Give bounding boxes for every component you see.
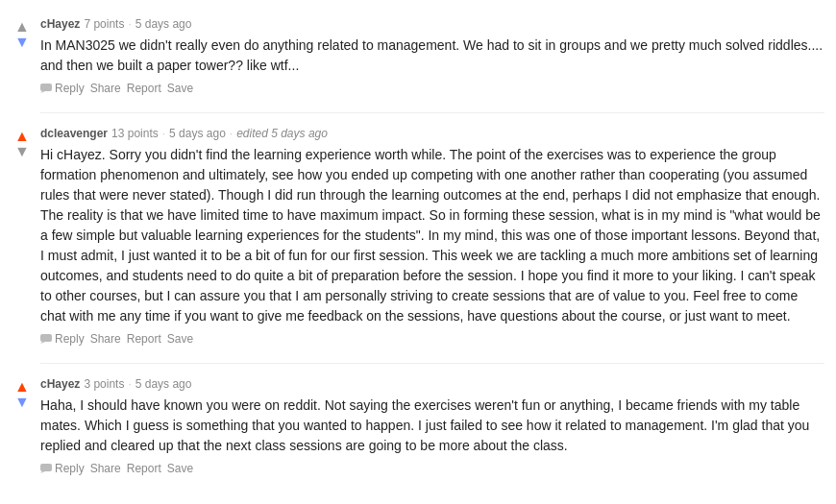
comment-author-2[interactable]: dcleavenger	[40, 127, 108, 140]
comment-points-3: 3 points	[84, 377, 124, 391]
divider-2	[40, 363, 824, 364]
comment-dot2-2: ·	[230, 127, 233, 140]
comment-points-2: 13 points	[111, 127, 159, 140]
divider-1	[40, 112, 824, 113]
comment-author-1[interactable]: cHayez	[40, 17, 80, 31]
comment-time-1: 5 days ago	[135, 17, 192, 31]
action-save-2[interactable]: Save	[167, 332, 193, 346]
comment-dot1-2: ·	[162, 127, 165, 140]
comment-text-2: Hi cHayez. Sorry you didn't find the lea…	[40, 145, 824, 326]
action-report-3[interactable]: Report	[127, 462, 161, 475]
upvote-arrow-3[interactable]: ▲	[14, 379, 30, 395]
action-reply-3[interactable]: Reply	[55, 462, 85, 475]
comment-dot1-1: ·	[128, 17, 131, 31]
action-report-2[interactable]: Report	[127, 332, 161, 346]
comment-block-3: ▲▼cHayez3 points·5 days agoHaha, I shoul…	[12, 370, 824, 475]
action-save-1[interactable]: Save	[167, 82, 193, 95]
action-reply-2[interactable]: Reply	[55, 332, 85, 346]
comment-edited-2: edited 5 days ago	[236, 127, 328, 140]
comments-container: ▲▼cHayez7 points·5 days agoIn MAN3025 we…	[12, 10, 824, 475]
svg-rect-2	[40, 334, 52, 342]
vote-col-2: ▲▼	[12, 129, 33, 346]
action-share-3[interactable]: Share	[90, 462, 121, 475]
comment-block-1: ▲▼cHayez7 points·5 days agoIn MAN3025 we…	[12, 10, 824, 95]
comment-content-1: cHayez7 points·5 days agoIn MAN3025 we d…	[40, 17, 824, 95]
svg-marker-5	[40, 471, 45, 473]
comment-text-1: In MAN3025 we didn't really even do anyt…	[40, 36, 824, 76]
svg-marker-1	[40, 91, 45, 93]
comment-dot1-3: ·	[128, 377, 131, 391]
svg-marker-3	[40, 342, 45, 344]
vote-col-3: ▲▼	[12, 379, 33, 475]
svg-rect-4	[40, 464, 52, 471]
downvote-arrow-2[interactable]: ▼	[14, 144, 30, 159]
upvote-arrow-2[interactable]: ▲	[14, 129, 30, 144]
action-reply-1[interactable]: Reply	[55, 82, 85, 95]
upvote-arrow-1[interactable]: ▲	[14, 19, 30, 35]
comment-author-3[interactable]: cHayez	[40, 377, 80, 391]
comment-time-3: 5 days ago	[135, 377, 192, 391]
downvote-arrow-3[interactable]: ▼	[14, 395, 30, 410]
comment-meta-2: dcleavenger13 points·5 days ago·edited 5…	[40, 127, 824, 140]
action-share-2[interactable]: Share	[90, 332, 121, 346]
comment-actions-1: ReplyShareReportSave	[40, 82, 824, 95]
comment-actions-3: ReplyShareReportSave	[40, 462, 824, 475]
action-share-1[interactable]: Share	[90, 82, 121, 95]
comment-meta-3: cHayez3 points·5 days ago	[40, 377, 824, 391]
comment-content-2: dcleavenger13 points·5 days ago·edited 5…	[40, 127, 824, 346]
comment-actions-2: ReplyShareReportSave	[40, 332, 824, 346]
comment-points-1: 7 points	[84, 17, 124, 31]
comment-text-3: Haha, I should have known you were on re…	[40, 396, 824, 456]
comment-content-3: cHayez3 points·5 days agoHaha, I should …	[40, 377, 824, 475]
comment-block-2: ▲▼dcleavenger13 points·5 days ago·edited…	[12, 119, 824, 346]
action-save-3[interactable]: Save	[167, 462, 193, 475]
vote-col-1: ▲▼	[12, 19, 33, 95]
svg-rect-0	[40, 84, 52, 91]
bubble-icon-3	[40, 464, 52, 473]
comment-meta-1: cHayez7 points·5 days ago	[40, 17, 824, 31]
action-report-1[interactable]: Report	[127, 82, 161, 95]
bubble-icon-2	[40, 334, 52, 344]
downvote-arrow-1[interactable]: ▼	[14, 35, 30, 50]
comment-time-2: 5 days ago	[169, 127, 226, 140]
bubble-icon-1	[40, 84, 52, 93]
